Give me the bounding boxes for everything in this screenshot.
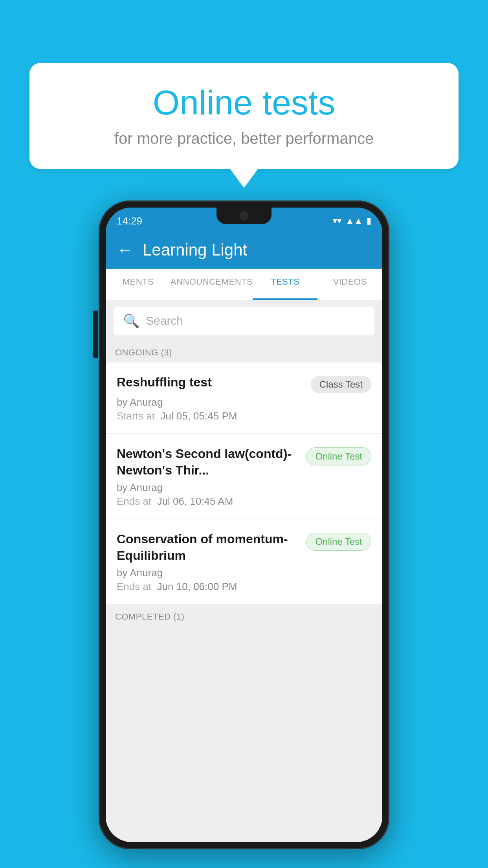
app-title: Learning Light [143, 241, 247, 259]
search-box[interactable]: 🔍 Search [114, 307, 374, 335]
tab-tests[interactable]: TESTS [253, 269, 317, 300]
phone-container: 14:29 ▾▾ ▲▲ ▮ ← Learning Light MENTS ANN… [99, 200, 389, 849]
test-card-1[interactable]: Reshuffling test Class Test by Anurag St… [106, 362, 382, 433]
status-time: 14:29 [117, 215, 142, 227]
search-placeholder: Search [146, 314, 183, 327]
tab-ments[interactable]: MENTS [106, 269, 171, 300]
bubble-title: Online tests [53, 83, 435, 123]
phone-frame: 14:29 ▾▾ ▲▲ ▮ ← Learning Light MENTS ANN… [99, 200, 389, 849]
app-bar: ← Learning Light [106, 231, 382, 269]
search-container: 🔍 Search [106, 300, 382, 341]
battery-icon: ▮ [367, 216, 371, 226]
test-by-3: by Anurag [117, 567, 371, 579]
test-badge-2: Online Test [306, 447, 371, 465]
test-badge-3: Online Test [306, 533, 371, 551]
completed-section-header: COMPLETED (1) [106, 605, 382, 627]
search-icon: 🔍 [123, 313, 139, 329]
test-badge-1: Class Test [311, 376, 371, 393]
speech-bubble: Online tests for more practice, better p… [29, 63, 459, 169]
tab-videos[interactable]: VIDEOS [317, 269, 382, 300]
test-card-3[interactable]: Conservation of momentum-Equilibrium Onl… [106, 519, 382, 604]
test-card-2[interactable]: Newton's Second law(contd)-Newton's Thir… [106, 434, 382, 519]
test-card-3-top: Conservation of momentum-Equilibrium Onl… [117, 531, 371, 564]
test-by-2: by Anurag [117, 482, 371, 494]
tab-announcements[interactable]: ANNOUNCEMENTS [171, 269, 253, 300]
test-time-1: Starts at Jul 05, 05:45 PM [117, 410, 371, 422]
test-time-3: Ends at Jun 10, 06:00 PM [117, 581, 371, 593]
ongoing-section-header: ONGOING (3) [106, 341, 382, 362]
status-icons: ▾▾ ▲▲ ▮ [333, 216, 371, 226]
back-button[interactable]: ← [117, 241, 133, 259]
screen-content: 🔍 Search ONGOING (3) Reshuffling test Cl… [106, 300, 382, 842]
test-title-3: Conservation of momentum-Equilibrium [117, 531, 298, 564]
test-by-1: by Anurag [117, 396, 371, 408]
test-title-1: Reshuffling test [117, 374, 303, 391]
signal-icon: ▲▲ [345, 216, 363, 226]
bubble-subtitle: for more practice, better performance [53, 130, 435, 147]
test-time-2: Ends at Jul 06, 10:45 AM [117, 495, 371, 508]
camera [240, 211, 248, 220]
phone-notch [216, 208, 272, 224]
phone-screen: 14:29 ▾▾ ▲▲ ▮ ← Learning Light MENTS ANN… [106, 208, 382, 842]
test-card-1-top: Reshuffling test Class Test [117, 374, 371, 393]
test-title-2: Newton's Second law(contd)-Newton's Thir… [117, 446, 298, 478]
test-card-2-top: Newton's Second law(contd)-Newton's Thir… [117, 446, 371, 478]
tab-bar: MENTS ANNOUNCEMENTS TESTS VIDEOS [106, 269, 382, 300]
wifi-icon: ▾▾ [333, 216, 341, 226]
